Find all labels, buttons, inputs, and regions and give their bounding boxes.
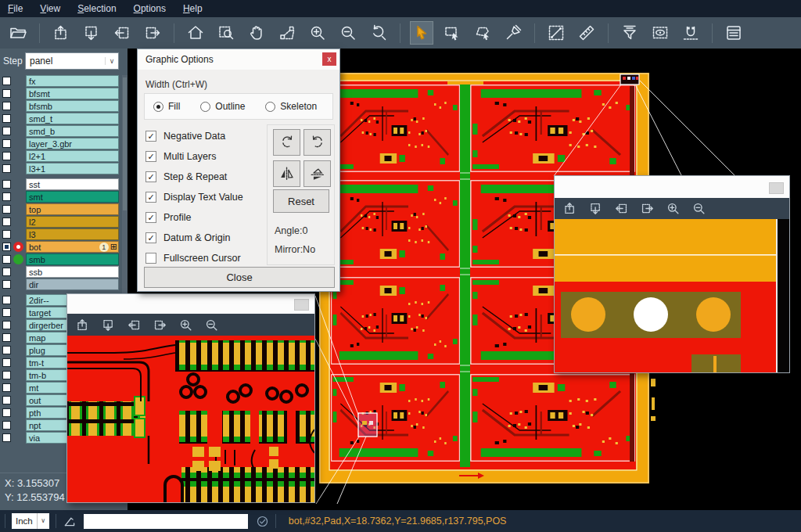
layer-row-l2[interactable]: l2 — [0, 216, 128, 228]
layer-row-layer_3.gbr[interactable]: layer_3.gbr — [0, 138, 128, 149]
layer-visibility-checkbox[interactable] — [2, 180, 11, 189]
checkbox-icon[interactable]: ✓ — [145, 171, 156, 182]
select-arrow-button[interactable] — [411, 22, 433, 44]
mirror-horizontal-button[interactable] — [304, 160, 331, 187]
checkbox-icon[interactable]: ✓ — [145, 212, 156, 223]
zoom-out-icon[interactable] — [204, 318, 219, 332]
grid-icon[interactable] — [110, 243, 117, 251]
pan-right-icon[interactable] — [640, 201, 655, 216]
checkbox-display-text-value[interactable]: ✓Display Text Value — [145, 187, 243, 207]
popup-zoom-view[interactable] — [67, 336, 314, 502]
layer-visibility-checkbox[interactable] — [2, 243, 11, 251]
menu-view[interactable]: View — [40, 3, 60, 14]
pan-left-icon[interactable] — [614, 201, 629, 216]
pan-left-button[interactable] — [111, 22, 133, 44]
checkbox-step-repeat[interactable]: ✓Step & Repeat — [145, 167, 243, 187]
layer-visibility-checkbox[interactable] — [2, 308, 11, 317]
menu-help[interactable]: Help — [183, 3, 203, 14]
pan-down-icon[interactable] — [588, 201, 603, 216]
layer-label[interactable]: smd_b — [26, 125, 119, 137]
layer-row-smd_b[interactable]: smd_b — [0, 125, 128, 137]
checkbox-multi-layers[interactable]: ✓Multi Layers — [145, 146, 243, 167]
layer-visibility-checkbox[interactable] — [2, 127, 11, 135]
layer-row-dir[interactable]: dir — [0, 279, 128, 290]
report-button[interactable] — [723, 22, 745, 44]
layer-label[interactable]: top — [26, 203, 119, 215]
layer-row-smd_t[interactable]: smd_t — [0, 113, 128, 124]
layer-visibility-checkbox[interactable] — [2, 371, 11, 379]
menu-file[interactable]: File — [8, 3, 23, 14]
layer-label[interactable]: dir — [26, 279, 119, 290]
popup-title-bar[interactable] — [555, 176, 789, 198]
select-polygon-button[interactable] — [472, 22, 494, 44]
layer-row-ssb[interactable]: ssb — [0, 266, 128, 278]
dialog-close-button[interactable]: x — [322, 52, 336, 66]
view-options-button[interactable] — [649, 22, 671, 44]
checkbox-negative-data[interactable]: ✓Negative Data — [145, 126, 243, 146]
pan-up-button[interactable] — [50, 22, 72, 44]
layer-visibility-checkbox[interactable] — [2, 296, 11, 304]
layer-row-bot[interactable]: bot1 — [0, 241, 128, 253]
layer-label[interactable]: smd_t — [26, 113, 119, 124]
layer-label[interactable]: bfsmb — [26, 100, 119, 112]
layer-visibility-checkbox[interactable] — [2, 102, 11, 110]
layer-visibility-checkbox[interactable] — [2, 280, 11, 289]
layer-label[interactable]: bot1 — [26, 241, 119, 253]
layer-row-l2+1[interactable]: l2+1 — [0, 150, 128, 162]
zoom-in-button[interactable] — [307, 22, 329, 44]
layer-row-fx[interactable]: fx — [0, 75, 128, 87]
home-view-button[interactable] — [185, 22, 207, 44]
snap-search-button[interactable] — [680, 22, 702, 44]
layer-label[interactable]: layer_3.gbr — [26, 138, 119, 149]
close-button[interactable]: Close — [144, 267, 335, 288]
layer-visibility-checkbox[interactable] — [2, 321, 11, 329]
menu-options[interactable]: Options — [134, 3, 166, 14]
layer-visibility-checkbox[interactable] — [2, 255, 11, 264]
layer-row-bfsmt[interactable]: bfsmt — [0, 88, 128, 99]
pan-down-button[interactable] — [81, 22, 102, 44]
layer-label[interactable]: l2+1 — [26, 150, 119, 162]
select-rectangle-button[interactable] — [441, 22, 463, 44]
layer-label[interactable]: fx — [26, 75, 119, 87]
zoom-window-button[interactable] — [215, 22, 237, 44]
layer-label[interactable]: l2 — [26, 216, 119, 228]
checkbox-datum-origin[interactable]: ✓Datum & Origin — [145, 228, 243, 248]
layer-visibility-checkbox[interactable] — [2, 433, 11, 442]
unit-select[interactable]: Inch ∨ — [12, 513, 49, 529]
layer-label[interactable]: sst — [26, 178, 119, 190]
layer-visibility-checkbox[interactable] — [2, 205, 11, 214]
pan-up-icon[interactable] — [562, 201, 577, 216]
layer-visibility-checkbox[interactable] — [2, 421, 11, 430]
rotate-ccw-button[interactable] — [304, 129, 331, 156]
layer-visibility-checkbox[interactable] — [2, 77, 11, 85]
checkbox-fullscreen-cursor[interactable]: Fullscreen Cursor — [145, 248, 243, 268]
checkbox-icon[interactable]: ✓ — [145, 232, 156, 243]
layer-visibility-checkbox[interactable] — [2, 152, 11, 160]
zoom-object-button[interactable] — [276, 22, 298, 44]
command-input[interactable] — [84, 514, 248, 529]
zoom-in-icon[interactable] — [666, 201, 681, 216]
check-circle-icon[interactable] — [256, 515, 269, 528]
layer-row-smt[interactable]: smt — [0, 191, 128, 203]
radio-outline[interactable]: Outline — [200, 101, 245, 112]
layer-visibility-checkbox[interactable] — [2, 164, 11, 173]
layer-label[interactable]: l3+1 — [26, 163, 119, 174]
pan-down-icon[interactable] — [101, 318, 116, 332]
clear-brush-button[interactable] — [502, 22, 524, 44]
pan-hand-button[interactable] — [246, 22, 268, 44]
ruler-button[interactable] — [576, 22, 598, 44]
layer-visibility-checkbox[interactable] — [2, 333, 11, 342]
layer-visibility-checkbox[interactable] — [2, 358, 11, 367]
checkbox-icon[interactable] — [145, 253, 156, 264]
zoom-in-icon[interactable] — [178, 318, 193, 332]
layer-visibility-checkbox[interactable] — [2, 230, 11, 239]
layer-visibility-checkbox[interactable] — [2, 383, 11, 392]
menu-selection[interactable]: Selection — [77, 3, 116, 14]
checkbox-profile[interactable]: ✓Profile — [145, 207, 243, 228]
zoom-out-button[interactable] — [337, 22, 359, 44]
layer-label[interactable]: smb — [26, 253, 119, 265]
filter-button[interactable] — [619, 22, 641, 44]
layer-label[interactable]: smt — [26, 191, 119, 203]
reset-button[interactable]: Reset — [273, 189, 329, 213]
layer-label[interactable]: ssb — [26, 266, 119, 278]
